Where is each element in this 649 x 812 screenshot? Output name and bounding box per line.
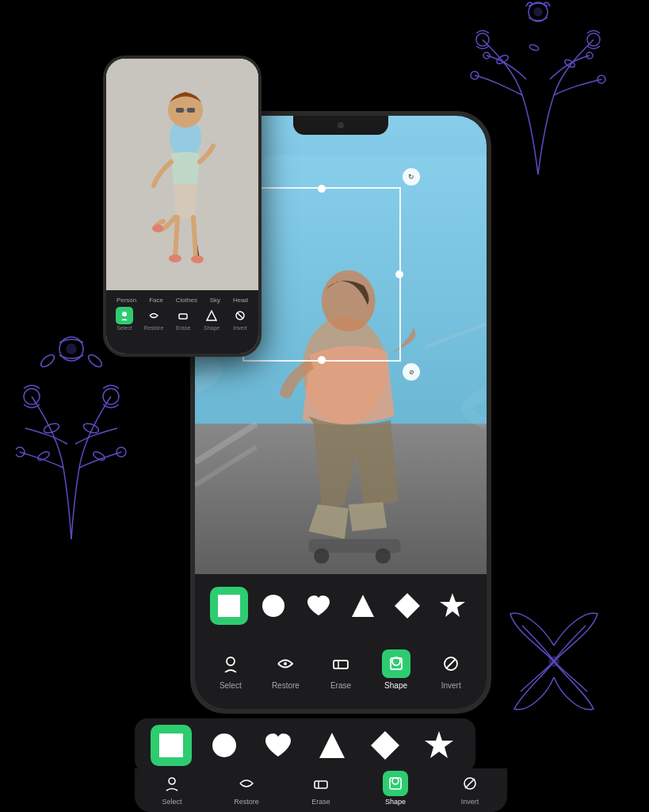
small-tool-select[interactable]: Select <box>116 307 133 331</box>
floral-left-decoration <box>16 333 127 539</box>
small-tool-invert[interactable]: Invert <box>231 307 249 331</box>
shape-heart[interactable] <box>300 587 338 625</box>
small-tool-shape[interactable]: Shape <box>203 307 220 331</box>
svg-marker-53 <box>440 593 465 617</box>
shape-circle[interactable] <box>254 587 292 625</box>
ext-erase-label: Erase <box>311 798 330 806</box>
shape-star[interactable] <box>433 587 471 625</box>
shape-diamond[interactable] <box>388 587 426 625</box>
phone-small: Person Face Clothes Sky Head Select <box>103 56 262 357</box>
small-tool-restore[interactable]: Restore <box>144 307 164 331</box>
ext-shape-square[interactable] <box>151 725 192 766</box>
small-tool-erase[interactable]: Erase <box>174 307 192 331</box>
small-phone-image <box>106 59 258 289</box>
svg-marker-65 <box>425 731 453 758</box>
svg-marker-64 <box>371 731 399 760</box>
ext-tool-restore[interactable]: Restore <box>234 771 259 806</box>
tool-erase-icon <box>326 649 355 678</box>
tool-shape[interactable]: Shape <box>382 649 410 690</box>
small-invert-label: Invert <box>233 325 247 331</box>
small-shape-icon <box>203 307 220 324</box>
ext-select-label: Select <box>162 798 181 806</box>
ext-restore-label: Restore <box>234 798 259 806</box>
floral-top-right-decoration <box>459 0 617 174</box>
small-restore-label: Restore <box>144 325 164 331</box>
tool-restore[interactable]: Restore <box>271 649 300 690</box>
ext-erase-icon <box>308 771 334 796</box>
tool-erase[interactable]: Erase <box>326 649 355 690</box>
shape-square[interactable] <box>210 587 248 625</box>
svg-rect-61 <box>159 733 183 757</box>
tool-select-label: Select <box>220 681 242 690</box>
svg-point-16 <box>82 422 100 435</box>
ext-tool-shape[interactable]: Shape <box>383 771 408 806</box>
small-restore-icon <box>145 307 162 324</box>
svg-point-30 <box>169 255 181 262</box>
small-phone-toolbar: Person Face Clothes Sky Head Select <box>106 290 258 354</box>
small-invert-icon <box>231 307 249 324</box>
ext-shape-circle[interactable] <box>204 725 245 766</box>
svg-point-22 <box>86 353 104 370</box>
small-shape-label: Shape <box>204 325 220 331</box>
ext-shape-triangle[interactable] <box>311 725 353 766</box>
ext-restore-icon <box>234 771 259 796</box>
selection-rectangle: ✕ ↻ ⊘ <box>242 187 401 362</box>
floral-bottom-right-decoration <box>506 606 601 717</box>
svg-marker-52 <box>395 593 420 619</box>
external-toolbar: Select Restore Erase Shape Invert <box>135 768 507 812</box>
svg-point-10 <box>534 8 542 16</box>
selection-handle-bottom[interactable] <box>318 356 326 364</box>
tag-clothes[interactable]: Clothes <box>176 297 197 304</box>
svg-rect-70 <box>390 778 401 789</box>
small-select-label: Select <box>116 325 132 331</box>
svg-point-50 <box>262 595 284 617</box>
svg-point-20 <box>67 344 76 354</box>
tool-shape-label: Shape <box>384 681 407 690</box>
svg-point-17 <box>36 450 51 462</box>
svg-rect-67 <box>315 781 327 788</box>
tool-invert[interactable]: Invert <box>437 649 465 690</box>
external-shape-bar <box>135 718 475 772</box>
ext-tool-erase[interactable]: Erase <box>308 771 334 806</box>
svg-point-31 <box>191 255 204 263</box>
ext-tool-select[interactable]: Select <box>159 771 185 806</box>
ext-tool-invert[interactable]: Invert <box>457 771 483 806</box>
selection-handle-top[interactable] <box>318 185 326 193</box>
ext-shape-star[interactable] <box>418 725 460 766</box>
tool-select[interactable]: Select <box>216 649 245 690</box>
svg-rect-28 <box>187 108 195 113</box>
selection-corner-options[interactable]: ⊘ <box>403 363 420 381</box>
small-select-icon <box>116 307 133 324</box>
selection-corner-rotate[interactable]: ↻ <box>403 168 420 186</box>
phone-notch <box>293 116 388 135</box>
selection-handle-right[interactable] <box>395 270 403 278</box>
ext-invert-icon <box>457 771 483 796</box>
svg-point-54 <box>227 657 235 665</box>
app-scene: Person Face Clothes Sky Head Select <box>0 0 649 812</box>
tag-face[interactable]: Face <box>149 297 163 304</box>
tag-head[interactable]: Head <box>233 297 248 304</box>
small-phone-screen: Person Face Clothes Sky Head Select <box>106 59 258 354</box>
svg-marker-51 <box>352 595 374 617</box>
ext-shape-tool-label: Shape <box>385 798 406 806</box>
main-phone-toolbar: Select Restore Erase <box>195 638 487 709</box>
svg-rect-56 <box>334 661 348 668</box>
small-phone-tags: Person Face Clothes Sky Head <box>106 290 258 305</box>
tool-erase-label: Erase <box>330 681 351 690</box>
svg-rect-49 <box>218 595 240 617</box>
ext-shape-diamond[interactable] <box>365 725 406 766</box>
svg-point-15 <box>43 422 60 435</box>
small-phone-toolbar-icons: Select Restore Erase <box>106 305 258 334</box>
notch-dot <box>338 122 344 128</box>
small-erase-icon <box>174 307 192 324</box>
svg-point-69 <box>392 778 399 784</box>
svg-point-7 <box>529 44 539 52</box>
svg-rect-27 <box>176 108 184 113</box>
shape-triangle[interactable] <box>344 587 382 625</box>
ext-select-icon <box>159 771 185 796</box>
ext-shape-tool-icon <box>383 771 408 796</box>
ext-shape-heart[interactable] <box>258 725 299 766</box>
tag-person[interactable]: Person <box>116 297 136 304</box>
tag-sky[interactable]: Sky <box>210 297 220 304</box>
svg-point-21 <box>39 353 56 370</box>
